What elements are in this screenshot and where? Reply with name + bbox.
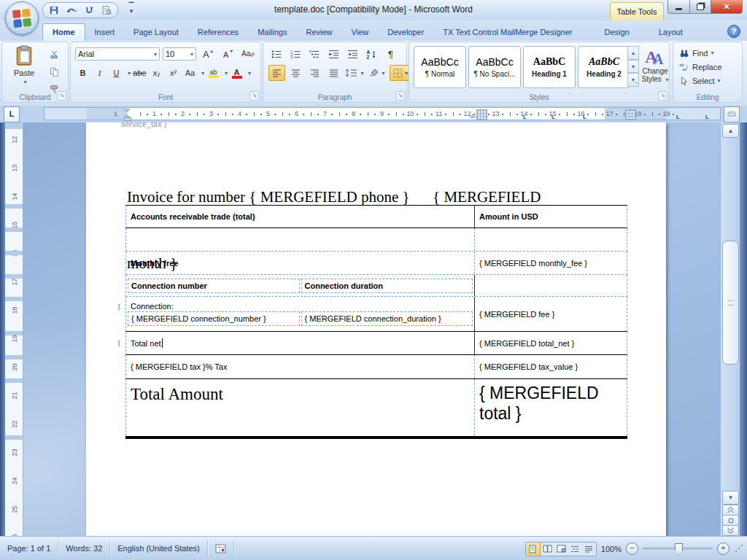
font-size-combo[interactable]: 10▾ (163, 47, 196, 61)
tab-stop-mark[interactable]: L (705, 114, 709, 120)
table-monthly-row[interactable]: Monthly free { MERGEFIELD monthly_fee } (125, 252, 627, 275)
underline-button[interactable]: U (109, 65, 124, 81)
multilevel-list-button[interactable] (306, 46, 323, 62)
full-screen-reading-view-button[interactable] (541, 542, 554, 556)
font-dialog-launcher[interactable]: ↘ (249, 91, 259, 101)
decrease-indent-button[interactable] (325, 46, 342, 62)
shading-button[interactable]: ▾ (367, 65, 387, 81)
numbering-button[interactable]: 123 (287, 46, 304, 62)
language-indicator[interactable]: English (United States) (110, 540, 208, 556)
tab-layout[interactable]: Layout (649, 23, 692, 41)
sort-button[interactable]: AZ (363, 46, 380, 62)
find-button[interactable]: Find▾ (673, 46, 742, 60)
right-indent-marker[interactable] (469, 114, 476, 118)
styles-gallery-more[interactable]: ▼̲ (627, 73, 639, 87)
table-total-row[interactable]: Total Amount { MERGEFIELD total } (125, 379, 627, 436)
align-left-button[interactable] (268, 65, 285, 81)
tab-insert[interactable]: Insert (85, 23, 125, 41)
scroll-down-button[interactable]: ▼ (722, 491, 739, 505)
help-button[interactable]: ? (727, 25, 740, 38)
paste-button[interactable]: Paste ▾ (8, 45, 40, 92)
underline-dropdown-arrow[interactable]: ▾ (128, 70, 131, 77)
table-header-row[interactable]: Accounts receivable trade (total) Amount… (125, 205, 627, 228)
table-total-net-row[interactable]: I Total net { MERGEFIELD total_net } (125, 332, 627, 355)
style-heading2[interactable]: AaBbC Heading 2 (578, 46, 630, 88)
bold-button[interactable]: B (75, 65, 90, 81)
table-connection-row[interactable]: I Connection: { MERGEFIELD connection_nu… (125, 297, 627, 332)
word-count[interactable]: Words: 32 (58, 540, 110, 556)
show-hide-pilcrow-button[interactable]: ¶ (382, 46, 399, 62)
justify-button[interactable] (325, 65, 342, 81)
tab-stop-mark[interactable]: L (551, 114, 555, 120)
cut-button[interactable] (44, 47, 63, 61)
increase-indent-button[interactable] (344, 46, 361, 62)
draft-view-button[interactable] (582, 542, 596, 556)
next-page-button[interactable] (722, 525, 739, 536)
style-no-spacing[interactable]: AaBbCc ¶ No Spaci... (468, 46, 521, 88)
macro-record-button[interactable] (208, 540, 234, 556)
zoom-out-button[interactable]: − (626, 542, 638, 555)
styles-scroll-down[interactable]: ▼ (627, 60, 639, 74)
left-indent-marker[interactable] (124, 117, 131, 121)
print-layout-view-button[interactable] (526, 542, 541, 556)
tab-references[interactable]: References (188, 23, 248, 41)
zoom-level[interactable]: 100% (601, 545, 622, 553)
clipboard-dialog-launcher[interactable]: ↘ (57, 91, 66, 101)
paragraph-dialog-launcher[interactable]: ↘ (395, 91, 405, 101)
tab-stop-mark[interactable]: L (523, 114, 527, 120)
font-color-dropdown-arrow[interactable]: ▾ (248, 70, 251, 77)
italic-button[interactable]: I (92, 65, 107, 81)
table-column-marker[interactable] (476, 109, 487, 120)
style-heading1[interactable]: AaBbC Heading 1 (523, 46, 576, 88)
tab-stop-mark[interactable]: L (583, 114, 587, 120)
scrollbar-thumb[interactable] (722, 241, 739, 365)
replace-button[interactable]: abac Replace (673, 60, 742, 74)
styles-scroll-up[interactable]: ▲ (627, 46, 639, 60)
tab-stop-selector[interactable]: L (4, 106, 20, 122)
table-nested-header-row[interactable]: Connection number Connection duration (125, 275, 627, 297)
minimize-button[interactable] (667, 0, 690, 14)
font-color-button[interactable]: A (229, 65, 244, 81)
tab-tx-mailmerge-designer[interactable]: TX Text Control MailMerge Designer (433, 23, 581, 41)
select-browse-object-button[interactable] (722, 515, 739, 526)
copy-button[interactable] (44, 64, 63, 79)
strikethrough-button[interactable]: abe (132, 65, 147, 81)
change-styles-button[interactable]: AA Change Styles ▾ (641, 45, 669, 92)
tab-page-layout[interactable]: Page Layout (124, 23, 188, 41)
shrink-font-button[interactable]: A (220, 46, 236, 62)
superscript-button[interactable]: x² (166, 65, 181, 81)
tab-review[interactable]: Review (296, 23, 341, 41)
change-case-dropdown-arrow[interactable]: ▾ (201, 70, 204, 77)
invoice-table[interactable]: Accounts receivable trade (total) Amount… (125, 205, 627, 439)
horizontal-ruler[interactable]: 1 12345678910111213141516171819 L L L L … (44, 107, 721, 120)
subscript-button[interactable]: x₂ (149, 65, 164, 81)
style-normal[interactable]: AaBbCc ¶ Normal (414, 46, 466, 88)
office-button[interactable] (5, 1, 39, 35)
table-empty-row[interactable] (125, 228, 627, 252)
close-button[interactable]: ✕ (711, 0, 743, 14)
line-spacing-button[interactable]: ▾ (344, 65, 365, 81)
tab-design[interactable]: Design (595, 23, 638, 41)
zoom-in-button[interactable]: + (717, 542, 729, 555)
vertical-scrollbar[interactable]: ▲ ▼ (720, 122, 740, 536)
tab-home[interactable]: Home (42, 23, 85, 41)
align-center-button[interactable] (287, 65, 304, 81)
page-indicator[interactable]: Page: 1 of 1 (0, 540, 58, 556)
restore-button[interactable] (690, 0, 711, 14)
highlight-dropdown-arrow[interactable]: ▾ (225, 70, 228, 77)
scroll-up-button[interactable]: ▲ (722, 124, 739, 138)
first-line-indent-marker[interactable] (123, 109, 131, 113)
tab-mailings[interactable]: Mailings (248, 23, 296, 41)
tab-developer[interactable]: Developer (378, 23, 433, 41)
select-button[interactable]: Select▾ (673, 74, 742, 88)
highlight-button[interactable]: ab (206, 65, 221, 81)
tab-stop-mark[interactable]: L (676, 114, 680, 120)
zoom-slider[interactable] (643, 548, 713, 550)
font-family-combo[interactable]: Arial▾ (75, 47, 160, 61)
change-case-button[interactable]: Aa (182, 65, 198, 81)
resize-grip[interactable] (734, 545, 743, 553)
tab-view[interactable]: View (342, 23, 379, 41)
styles-dialog-launcher[interactable]: ↘ (658, 91, 667, 101)
table-tax-row[interactable]: { MERGEFIELD tax }% Tax { MERGEFIELD tax… (125, 355, 627, 379)
table-edge-marker[interactable] (625, 109, 636, 120)
